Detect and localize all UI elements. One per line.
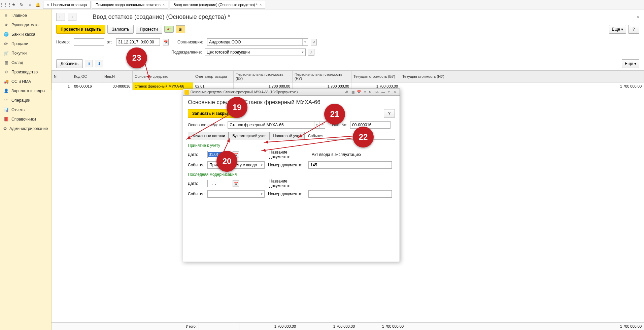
accept-docname-input[interactable] [310,151,393,158]
asset-input[interactable] [228,122,314,128]
col-code[interactable]: Код ОС [72,71,102,82]
help-button[interactable]: ? [628,25,639,34]
back-button[interactable]: ← [56,13,65,21]
m-icon[interactable]: M [362,90,368,95]
col-curbu[interactable]: Текущая стоимость (БУ) [351,71,400,82]
chevron-down-icon[interactable]: ▾ [300,49,305,56]
col-acct[interactable]: Счет амортизации [193,71,234,82]
modern-docnum-input[interactable] [308,190,392,198]
sidebar-label: Покупки [11,51,27,56]
sidebar-item-warehouse[interactable]: ▦Склад [0,58,51,67]
sidebar-label: Администрирование [9,126,48,131]
post-button[interactable]: Провести [136,25,162,34]
tab-label: Начальная страница [51,3,87,7]
modern-docname-input[interactable] [310,180,393,187]
sidebar-item-manager[interactable]: ★Руководителю [0,20,51,30]
search-icon[interactable]: ⌕ [26,1,34,9]
sidebar-label: Отчеты [11,107,25,112]
tab-home[interactable]: ⌂ Начальная страница [43,1,91,9]
dept-input[interactable] [205,49,300,56]
sidebar-item-assets[interactable]: 🚚ОС и НМА [0,77,51,86]
chevron-down-icon[interactable]: ▾ [302,39,308,45]
sidebar-item-reports[interactable]: 📊Отчеты [0,105,51,114]
calendar-icon[interactable]: 📅 [233,180,239,187]
chart-icon: 📊 [3,107,9,112]
attach-button[interactable]: 🗎 [176,25,185,33]
col-curnu[interactable]: Текущая стоимость (НУ) [400,71,644,82]
chevron-down-icon[interactable]: ▾ [259,162,264,168]
modern-event-input[interactable] [208,191,259,197]
sidebar-item-operations[interactable]: ᴰᴷОперации [0,96,51,105]
print-icon[interactable]: 🖶 [344,90,350,95]
add-button[interactable]: Добавить [56,59,83,68]
modern-event-select[interactable]: ▾ [207,190,265,198]
modern-date-input[interactable] [207,180,233,187]
move-down-button[interactable]: ⬇ [95,60,103,67]
tab-assistant[interactable]: Помощник ввода начальных остатков × [92,1,168,9]
mminus-icon[interactable]: M- [374,90,380,95]
asset-select[interactable]: ▾ ↗ [228,121,325,129]
save-button[interactable]: Записать [107,25,133,34]
sidebar-label: Руководителю [11,23,38,27]
org-input[interactable] [207,39,302,45]
open-ref-icon[interactable]: ↗ [311,39,317,45]
section-modern-title: Последняя модернизация [188,172,395,177]
col-n[interactable]: N [52,71,72,82]
sidebar-item-sales[interactable]: 🛍Продажи [0,39,51,48]
accept-docnum-input[interactable] [308,161,392,169]
dept-select[interactable]: ▾ [205,48,306,56]
sidebar-item-hr[interactable]: 👤Зарплата и кадры [0,86,51,96]
person-icon: 👤 [3,88,9,94]
sidebar-item-catalogs[interactable]: 📕Справочники [0,114,51,124]
tab-label: Помощник ввода начальных остатков [96,3,161,7]
sidebar-item-purchases[interactable]: 🛒Покупки [0,48,51,58]
inv-input[interactable] [350,121,391,129]
history-icon[interactable]: ↻ [18,1,26,9]
close-icon[interactable]: × [163,3,165,7]
sidebar-item-admin[interactable]: ✿Администрирование [0,124,51,133]
col-asset[interactable]: Основное средство [133,71,193,82]
post-close-button[interactable]: Провести и закрыть [56,25,105,34]
annotation-21: 21 [324,104,345,125]
ops-icon: ᴰᴷ [3,98,9,103]
col-costbu[interactable]: Первоначальная стоимость (БУ) [234,71,293,82]
close-page-icon[interactable]: × [637,14,639,20]
bell-icon[interactable]: 🔔 [34,1,42,9]
open-ref-icon[interactable]: ↗ [308,49,314,56]
star-icon[interactable]: ★ [9,1,18,9]
calc-icon[interactable]: ▦ [350,90,356,95]
move-up-button[interactable]: ⬆ [85,60,93,67]
close-icon[interactable]: × [260,3,262,7]
number-input[interactable] [74,38,104,46]
maximize-icon[interactable]: □ [386,90,392,95]
forward-button[interactable]: → [68,13,76,21]
table-more-button[interactable]: Еще ▾ [622,59,639,68]
dialog-titlebar[interactable]: Основные средства: Станок фрезерный МУХА… [183,89,400,96]
sidebar-item-bank[interactable]: 🌐Банк и касса [0,30,51,39]
dt-kt-button[interactable]: Ат [164,26,174,33]
tab-accounting[interactable]: Бухгалтерский учет [229,132,269,140]
sidebar-label: Главное [11,13,27,18]
asset-label: Основное средство: [188,123,226,127]
tab-balances[interactable]: Ввод остатков (создание) (Основные средс… [170,1,265,9]
accept-event-label: Событие: [188,163,204,167]
mplus-icon[interactable]: M+ [368,90,374,95]
apps-icon[interactable]: ⋮⋮⋮ [1,1,9,9]
chevron-down-icon[interactable]: ▾ [259,191,264,197]
globe-icon: 🌐 [3,32,9,37]
col-costnu[interactable]: Первоначальная стоимость (НУ) [293,71,351,82]
sidebar-item-production[interactable]: ⚙Производство [0,67,51,77]
date-input[interactable] [116,38,160,46]
tab-initial[interactable]: Начальные остатки [188,132,229,140]
calendar-icon[interactable]: 📅 [163,39,169,45]
col-inv[interactable]: Инв.N [102,71,133,82]
sidebar-label: Зарплата и кадры [11,89,45,93]
dialog-help-button[interactable]: ? [384,109,395,118]
asset-dialog: Основные средства: Станок фрезерный МУХА… [183,89,400,262]
cal-icon[interactable]: 📅 [356,90,362,95]
close-icon[interactable]: ✕ [392,90,398,95]
sidebar-item-main[interactable]: ≡Главное [0,11,51,20]
org-select[interactable]: ▾ [207,38,308,46]
minimize-icon[interactable]: — [380,90,386,95]
more-button[interactable]: Еще ▾ [609,25,626,34]
